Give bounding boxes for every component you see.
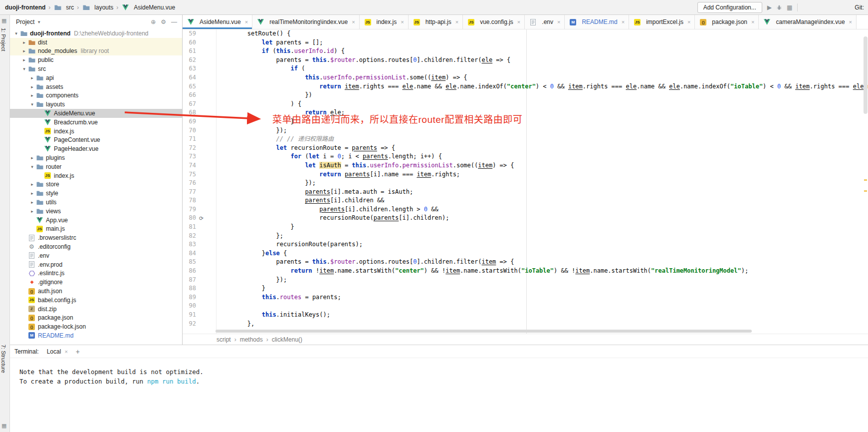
close-icon[interactable]: × [352,19,355,25]
gutter-line-82[interactable]: 82 [183,232,216,241]
tool-windows-icon[interactable]: ▦ [1,17,6,24]
tree-item-assets[interactable]: ▸assets [10,82,182,91]
gutter-line-60[interactable]: 60 [183,38,216,47]
gutter-line-66[interactable]: 66 [183,91,216,100]
close-icon[interactable]: × [687,19,690,25]
gutter-line-86[interactable]: 86 [183,267,216,276]
tree-item-package.json[interactable]: {}package.json [10,314,182,323]
close-icon[interactable]: × [751,19,754,25]
close-icon[interactable]: × [622,19,625,25]
chevron-right-icon[interactable]: ▸ [21,40,27,45]
tree-item-layouts[interactable]: ▾layouts [10,100,182,109]
gutter-line-88[interactable]: 88 [183,284,216,293]
add-configuration-button[interactable]: Add Configuration... [697,2,762,13]
gutter-line-83[interactable]: 83 [183,240,216,249]
gutter-line-89[interactable]: 89 [183,293,216,302]
gutter-line-64[interactable]: 64 [183,73,216,82]
editor-breadcrumb-methods[interactable]: methods [240,336,263,343]
editor-tab-importexcel.js[interactable]: JSimportExcel.js× [629,15,695,29]
tree-item-components[interactable]: ▸components [10,91,182,100]
close-icon[interactable]: × [245,19,248,25]
editor-tab-asidemenu.vue[interactable]: AsideMenu.vue× [183,15,252,29]
gutter-line-63[interactable]: 63 [183,64,216,73]
gutter-line-81[interactable]: 81 [183,223,216,232]
chevron-right-icon[interactable]: ▸ [29,209,35,214]
editor-tab-readme.md[interactable]: MREADME.md× [565,15,629,29]
gutter-line-84[interactable]: 84 [183,249,216,258]
tree-item-plugins[interactable]: ▸plugins [10,153,182,162]
git-label[interactable]: Git: [855,4,864,11]
tree-item-.eslintrc.js[interactable]: .eslintrc.js [10,269,182,278]
chevron-right-icon[interactable]: ▸ [29,93,35,98]
debug-icon[interactable] [776,4,782,10]
close-icon[interactable]: × [401,19,404,25]
editor-tab-package.json[interactable]: {}package.json× [695,15,759,29]
gutter-line-90[interactable]: 90 [183,302,216,311]
tree-item-app.vue[interactable]: App.vue [10,216,182,225]
tree-item-utils[interactable]: ▸utils [10,198,182,207]
chevron-right-icon[interactable]: ▸ [29,191,35,196]
gutter-line-65[interactable]: 65 [183,82,216,91]
tree-item-views[interactable]: ▸views [10,207,182,216]
chevron-right-icon[interactable]: ▸ [29,75,35,80]
tree-item-.gitignore[interactable]: .gitignore [10,278,182,287]
run-icon[interactable]: ▶ [767,4,772,11]
tree-item-pageheader.vue[interactable]: PageHeader.vue [10,144,182,153]
tree-item-dist.zip[interactable]: Zdist.zip [10,305,182,314]
grid-icon[interactable]: ▦ [787,4,792,11]
gutter-line-68[interactable]: 68 [183,108,216,117]
chevron-down-icon[interactable]: ▾ [21,66,27,71]
tree-item-style[interactable]: ▸style [10,189,182,198]
tool-window-button-project[interactable]: 1: Project [0,28,6,51]
tree-item-pagecontent.vue[interactable]: PageContent.vue [10,136,182,145]
tool-window-button-structure[interactable]: 7: Structure [0,345,6,373]
chevron-down-icon[interactable]: ▾ [29,102,35,107]
editor-tab-http-api.js[interactable]: JShttp-api.js× [409,15,463,29]
bottom-stripe-icon[interactable]: ▦ [1,423,6,429]
chevron-right-icon[interactable]: ▸ [29,84,35,89]
close-icon[interactable]: × [64,349,67,355]
tree-item-node-modules[interactable]: ▸node_moduleslibrary root [10,47,182,56]
gutter-line-77[interactable]: 77 [183,188,216,197]
gutter-line-72[interactable]: 72 [183,144,216,153]
gutter-line-87[interactable]: 87 [183,276,216,285]
gutter-line-85[interactable]: 85 [183,258,216,267]
gutter-line-62[interactable]: 62 [183,56,216,65]
close-icon[interactable]: × [455,19,458,25]
gutter-line-67[interactable]: 67 [183,100,216,109]
gutter-line-59[interactable]: 59 [183,29,216,38]
gutter-line-61[interactable]: 61 [183,47,216,56]
chevron-right-icon[interactable]: ▸ [21,57,27,62]
terminal-tab-local[interactable]: Local × [47,348,68,355]
tree-item-api[interactable]: ▸api [10,73,182,82]
chevron-down-icon[interactable]: ▾ [13,31,19,36]
tree-item-store[interactable]: ▸store [10,180,182,189]
gutter-line-73[interactable]: 73 [183,152,216,161]
gutter-line-69[interactable]: 69 [183,117,216,126]
gutter-line-71[interactable]: 71 [183,135,216,144]
tree-item-readme.md[interactable]: MREADME.md [10,331,182,340]
gutter-line-76[interactable]: 76 [183,179,216,188]
title-breadcrumb-src[interactable]: src [53,4,74,11]
settings-icon[interactable]: ⚙ [161,18,166,25]
horizontal-scrollbar[interactable] [216,330,752,333]
tree-item-src[interactable]: ▾src [10,64,182,73]
editor-tab-.env[interactable]: .env× [525,15,565,29]
gutter-line-74[interactable]: 74 [183,161,216,170]
gutter-line-92[interactable]: 92 [183,320,216,329]
project-panel-title[interactable]: Project [16,18,34,25]
chevron-down-icon[interactable]: ▾ [29,164,35,169]
tree-item-auth.json[interactable]: {}auth.json [10,287,182,296]
editor-breadcrumb-clickmenu-[interactable]: clickMenu() [272,336,302,343]
editor-tab-index.js[interactable]: JSindex.js× [360,15,409,29]
editor-tab-cameramanage-index.vue[interactable]: cameraManage\index.vue× [759,15,857,29]
new-terminal-button[interactable]: + [76,348,80,356]
tree-item-router[interactable]: ▾router [10,162,182,171]
gutter-line-91[interactable]: 91 [183,311,216,320]
title-breadcrumb-asidemenu.vue[interactable]: AsideMenu.vue [121,4,175,11]
editor-gutter[interactable]: 5960616263646566676869707172737475767778… [183,29,217,334]
tree-item-babel.config.js[interactable]: JSbabel.config.js [10,296,182,305]
locate-icon[interactable]: ⊕ [151,18,156,25]
tree-item-.env[interactable]: .env [10,251,182,260]
close-icon[interactable]: × [557,19,560,25]
